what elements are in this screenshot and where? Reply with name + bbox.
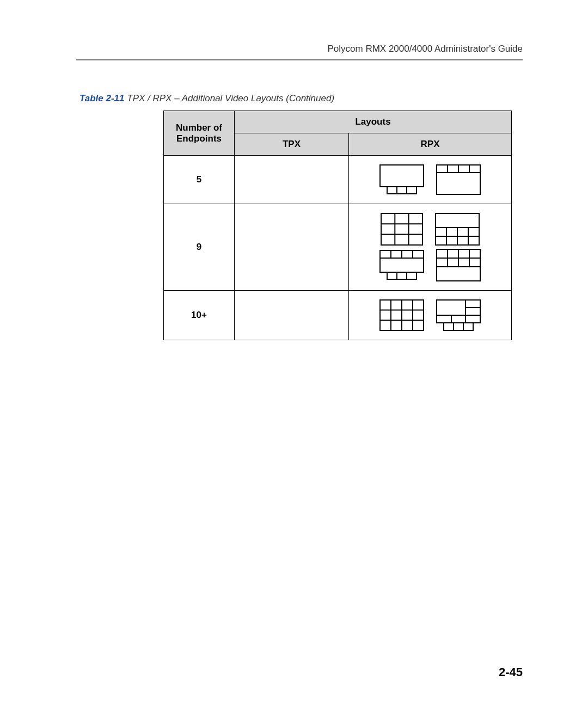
svg-rect-53 <box>454 323 463 330</box>
svg-rect-27 <box>380 258 424 272</box>
svg-rect-52 <box>444 323 454 330</box>
svg-rect-5 <box>448 165 458 173</box>
layout-3x3-icon <box>381 213 423 246</box>
svg-rect-22 <box>468 236 479 245</box>
rpx-cell <box>349 204 512 291</box>
layout-8plus1-icon <box>436 249 481 281</box>
svg-rect-30 <box>407 272 416 279</box>
col-header-endpoints: Number of Endpoints <box>164 111 235 156</box>
svg-rect-25 <box>402 250 413 258</box>
table-caption-label: Table 2-11 <box>79 93 125 103</box>
tpx-cell <box>235 204 349 291</box>
rpx-cell <box>349 291 512 340</box>
svg-rect-33 <box>458 249 469 258</box>
svg-rect-7 <box>469 165 480 173</box>
svg-rect-36 <box>448 258 458 267</box>
rpx-cell <box>349 156 512 204</box>
svg-rect-2 <box>397 187 407 194</box>
svg-rect-20 <box>446 236 457 245</box>
endpoints-cell: 10+ <box>164 291 235 340</box>
svg-rect-54 <box>463 323 473 330</box>
svg-rect-34 <box>469 249 480 258</box>
svg-rect-49 <box>437 315 451 323</box>
layout-4x3-icon <box>379 299 424 331</box>
col-header-tpx: TPX <box>235 133 349 156</box>
svg-rect-1 <box>387 187 397 194</box>
layout-1plus2plus3plus3-icon <box>436 299 481 331</box>
svg-rect-8 <box>437 173 480 194</box>
svg-rect-51 <box>465 315 480 323</box>
svg-rect-15 <box>436 228 446 236</box>
layouts-table: Number of Endpoints Layouts TPX RPX 5 <box>163 111 512 340</box>
layout-1plus3-icon <box>379 164 424 195</box>
svg-rect-17 <box>457 228 468 236</box>
svg-rect-14 <box>436 213 479 228</box>
svg-rect-19 <box>436 236 446 245</box>
tpx-cell <box>235 291 349 340</box>
table-row: 5 <box>164 156 512 204</box>
col-header-rpx: RPX <box>349 133 512 156</box>
layout-1plus8-icon <box>435 213 480 246</box>
svg-rect-47 <box>465 300 480 308</box>
svg-rect-46 <box>437 300 465 315</box>
page-number: 2-45 <box>499 665 523 679</box>
col-header-layouts: Layouts <box>235 111 512 133</box>
svg-rect-31 <box>437 249 448 258</box>
svg-rect-0 <box>380 165 424 187</box>
svg-rect-29 <box>397 272 407 279</box>
svg-rect-26 <box>413 250 424 258</box>
svg-rect-6 <box>458 165 469 173</box>
table-caption-text: TPX / RPX – Additional Video Layouts (Co… <box>125 93 335 103</box>
svg-rect-39 <box>437 267 480 281</box>
table-row: 9 <box>164 204 512 291</box>
endpoints-cell: 5 <box>164 156 235 204</box>
table-caption: Table 2-11 TPX / RPX – Additional Video … <box>79 93 523 104</box>
endpoints-cell: 9 <box>164 204 235 291</box>
layout-4plus1plus3-icon <box>379 250 424 280</box>
svg-rect-35 <box>437 258 448 267</box>
tpx-cell <box>235 156 349 204</box>
header-rule <box>76 59 523 60</box>
table-row: 10+ <box>164 291 512 340</box>
svg-rect-38 <box>469 258 480 267</box>
layout-4plus1-icon <box>436 164 481 195</box>
svg-rect-37 <box>458 258 469 267</box>
svg-rect-32 <box>448 249 458 258</box>
svg-rect-28 <box>387 272 397 279</box>
svg-rect-3 <box>407 187 416 194</box>
svg-rect-18 <box>468 228 479 236</box>
svg-rect-48 <box>465 308 480 315</box>
svg-rect-4 <box>437 165 448 173</box>
svg-rect-50 <box>451 315 465 323</box>
svg-rect-23 <box>380 250 391 258</box>
svg-rect-24 <box>391 250 402 258</box>
svg-rect-21 <box>457 236 468 245</box>
page-header-title: Polycom RMX 2000/4000 Administrator's Gu… <box>76 44 523 54</box>
svg-rect-16 <box>446 228 457 236</box>
svg-rect-9 <box>381 213 422 245</box>
